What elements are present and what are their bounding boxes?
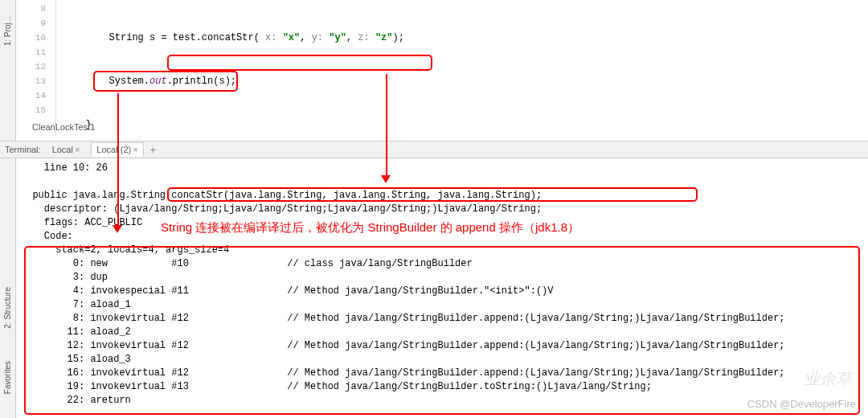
terminal-label: Terminal: bbox=[5, 145, 41, 154]
editor-file-tab[interactable]: CleanLockTest1 bbox=[32, 122, 95, 132]
watermark-logo: 业余草 bbox=[804, 368, 852, 390]
line-gutter: 8 9 10 11 12 13 14 15 bbox=[16, 0, 56, 135]
project-tool-tab[interactable]: 1: Proj... bbox=[3, 16, 12, 46]
code-text: ); bbox=[393, 32, 404, 43]
line-number: 10 bbox=[16, 31, 46, 45]
term-line: flags: ACC_PUBLIC bbox=[21, 217, 142, 228]
param-hint: x: bbox=[265, 32, 283, 43]
terminal-tab-local2[interactable]: Local (2)× bbox=[91, 142, 143, 157]
term-line: 7: aload_1 bbox=[21, 299, 131, 310]
string-literal: "x" bbox=[283, 32, 301, 43]
line-number: 14 bbox=[16, 88, 46, 103]
code-text: System. bbox=[63, 76, 149, 87]
term-line: 0: new #10 // class java/lang/StringBuil… bbox=[21, 258, 473, 269]
code-text: String s = test.concatStr( bbox=[63, 32, 265, 43]
term-line: public java.lang.String concatStr(java.l… bbox=[21, 190, 542, 201]
line-number: 9 bbox=[16, 16, 46, 31]
term-line: 16: invokevirtual #12 // Method java/lan… bbox=[21, 367, 785, 379]
annotation-text: String 连接被在编译译过后，被优化为 StringBuilder 的 ap… bbox=[161, 220, 579, 236]
line-number: 12 bbox=[16, 59, 46, 74]
term-line: stack=2, locals=4, args_size=4 bbox=[21, 244, 229, 256]
term-line: line 10: 26 bbox=[21, 162, 108, 174]
close-icon[interactable]: × bbox=[75, 145, 80, 154]
code-text: , bbox=[300, 32, 311, 43]
string-literal: "z" bbox=[375, 32, 393, 43]
editor-area: 8 9 10 11 12 13 14 15 String s = test.co… bbox=[16, 0, 868, 135]
code-text: .println(s); bbox=[167, 76, 236, 87]
tab-label: Local (2) bbox=[96, 145, 131, 154]
term-line: Code: bbox=[21, 231, 73, 242]
line-number: 8 bbox=[16, 2, 46, 16]
close-icon[interactable]: × bbox=[133, 145, 137, 154]
code-text: } bbox=[63, 117, 868, 132]
watermark-credit: CSDN @DeveloperFire bbox=[747, 398, 856, 410]
term-line: 11: aload_2 bbox=[21, 326, 131, 338]
add-terminal-button[interactable]: + bbox=[150, 144, 157, 156]
line-number: 11 bbox=[16, 45, 46, 59]
line-number: 13 bbox=[16, 74, 46, 88]
param-hint: y: bbox=[312, 32, 330, 43]
term-line: descriptor: (Ljava/lang/String;Ljava/lan… bbox=[21, 203, 542, 215]
favorites-tool-tab[interactable]: Favorites bbox=[3, 361, 12, 394]
terminal-tab-bar: Terminal: Local× Local (2)× + bbox=[0, 141, 868, 158]
terminal-tab-local[interactable]: Local× bbox=[47, 143, 85, 156]
code-text: , bbox=[346, 32, 358, 43]
left-tool-rail: 1: Proj... 2: Structure Favorites bbox=[0, 0, 16, 418]
terminal-output[interactable]: line 10: 26 public java.lang.String conc… bbox=[16, 158, 868, 418]
string-literal: "y" bbox=[329, 32, 346, 43]
term-line: 22: areturn bbox=[21, 395, 131, 406]
term-line: 3: dup bbox=[21, 272, 108, 283]
line-number: 15 bbox=[16, 103, 46, 117]
tab-label: Local bbox=[52, 145, 73, 154]
term-line: 15: aload_3 bbox=[21, 354, 131, 365]
param-hint: z: bbox=[358, 32, 375, 43]
structure-tool-tab[interactable]: 2: Structure bbox=[3, 287, 12, 329]
term-line: 19: invokevirtual #13 // Method java/lan… bbox=[21, 381, 652, 392]
field-ref: out bbox=[149, 76, 167, 87]
code-editor[interactable]: String s = test.concatStr( x: "x", y: "y… bbox=[56, 0, 868, 135]
term-line: 12: invokevirtual #12 // Method java/lan… bbox=[21, 340, 785, 351]
term-line: 8: invokevirtual #12 // Method java/lang… bbox=[21, 313, 785, 324]
term-line: 4: invokespecial #11 // Method java/lang… bbox=[21, 285, 554, 297]
